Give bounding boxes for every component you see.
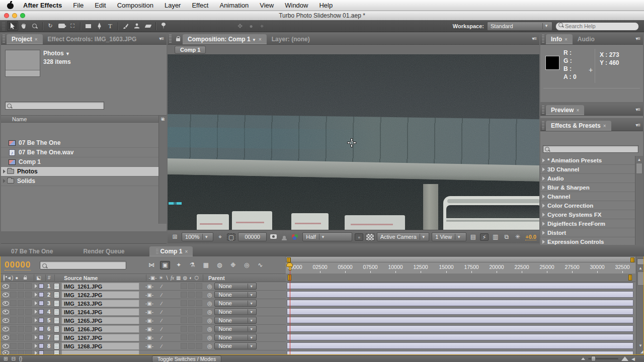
scroll-left-icon[interactable]: ◀ (631, 356, 635, 361)
zoom-out-mountain-icon[interactable] (581, 357, 585, 360)
disclosure-triangle-icon[interactable] (542, 176, 545, 180)
panel-grip[interactable] (542, 35, 544, 43)
disclosure-triangle-icon[interactable] (3, 169, 6, 173)
eye-icon[interactable] (3, 327, 9, 331)
tab-comp-1[interactable]: Comp 1× (149, 246, 193, 256)
close-window-button[interactable] (4, 13, 9, 18)
close-icon[interactable]: × (35, 37, 38, 42)
puppet-pin-tool[interactable] (158, 21, 169, 31)
motion-blur-icon[interactable]: ◍ (214, 261, 224, 269)
eye-icon[interactable] (3, 293, 9, 297)
pen-tool[interactable] (94, 21, 105, 31)
panel-menu-icon[interactable]: ▾≡ (632, 36, 643, 41)
parent-dropdown[interactable]: None▼ (214, 342, 257, 349)
effect-switch-icon[interactable]: ∖ (166, 275, 169, 281)
comp-1-viewer-tab[interactable]: Comp 1 (175, 46, 206, 54)
expand-layer-switches-icon[interactable]: ⊞ (4, 356, 8, 361)
project-item-photos[interactable]: Photos (1, 167, 159, 176)
panel-menu-icon[interactable]: ▾≡ (632, 107, 643, 112)
audio-column-icon[interactable]: ◄) (7, 275, 13, 281)
disclosure-triangle-icon[interactable] (3, 179, 6, 183)
eye-icon[interactable] (3, 284, 9, 289)
fx-category-audio[interactable]: Audio (540, 174, 635, 183)
close-icon[interactable]: × (565, 37, 568, 42)
pick-whip-icon[interactable]: ◎ (207, 309, 212, 315)
shy-toggle[interactable]: -▣- (143, 284, 155, 289)
quality-toggle[interactable]: ∕ (155, 343, 168, 349)
panel-menu-icon[interactable]: ▾≡ (632, 122, 643, 128)
layer-bar-8[interactable] (287, 342, 633, 350)
3d-switch-icon[interactable]: ⬡ (194, 275, 199, 281)
disclosure-triangle-icon[interactable] (542, 222, 545, 226)
label-column-icon[interactable]: ⬕ (36, 275, 41, 281)
work-area-end-bracket[interactable] (628, 275, 632, 281)
project-item-solids[interactable]: Solids (1, 176, 159, 186)
parent-dropdown[interactable]: None▼ (214, 291, 257, 298)
layer-row-7[interactable]: 7 IMG_1267.JPG -▣- ∕ ◎ None▼ (1, 333, 286, 342)
disclosure-triangle-icon[interactable] (542, 186, 545, 190)
label-color-swatch[interactable] (39, 292, 44, 297)
quality-toggle[interactable]: ∕ (155, 284, 168, 289)
layer-disclosure-icon[interactable] (35, 327, 37, 331)
draft-3d-icon[interactable]: ✦ (174, 261, 184, 269)
layer-bar-4[interactable] (287, 308, 633, 316)
fx-category-distort[interactable]: Distort (540, 228, 635, 237)
work-area-row[interactable] (286, 274, 635, 282)
tab-preview[interactable]: Preview× (546, 105, 584, 115)
label-color-swatch[interactable] (39, 343, 44, 348)
reset-exposure-icon[interactable]: ✳ (513, 233, 522, 240)
label-color-swatch[interactable] (39, 326, 44, 331)
rotation-tool[interactable]: ↻ (45, 21, 56, 31)
show-channel-icon[interactable] (291, 234, 300, 240)
shy-toggle[interactable]: -▣- (143, 301, 155, 306)
layer-bar-3[interactable] (287, 299, 633, 308)
menu-effect[interactable]: Effect (186, 0, 214, 11)
parent-dropdown[interactable]: None▼ (214, 283, 257, 290)
layer-bar-1[interactable] (287, 282, 633, 291)
menu-window[interactable]: Window (279, 0, 313, 11)
panel-grip[interactable] (542, 106, 544, 114)
project-name-column-header[interactable]: Name (1, 115, 167, 123)
layer-row-5[interactable]: 5 IMG_1265.JPG -▣- ∕ ◎ None▼ (1, 316, 286, 325)
fx-category-channel[interactable]: Channel (540, 192, 635, 201)
viewer-timecode-button[interactable]: 00000 (238, 232, 267, 241)
eye-icon[interactable] (3, 350, 9, 355)
tab-project[interactable]: Project× (7, 34, 43, 44)
label-color-swatch[interactable] (39, 301, 44, 306)
pick-whip-icon[interactable]: ◎ (207, 334, 212, 341)
frame-blend-switch-icon[interactable]: ▦ (176, 275, 181, 281)
time-navigator[interactable] (286, 256, 635, 262)
project-item-07-be-the-one[interactable]: 07 Be The One (1, 138, 159, 148)
layer-disclosure-icon[interactable] (35, 293, 37, 297)
live-update-icon[interactable]: ▣ (160, 261, 170, 269)
layer-row-4[interactable]: 4 IMG_1264.JPG -▣- ∕ ◎ None▼ (1, 308, 286, 316)
panel-menu-icon[interactable]: ▾≡ (156, 36, 167, 41)
target-region-icon[interactable]: ▫ (355, 233, 363, 241)
parent-dropdown[interactable]: None▼ (214, 334, 257, 341)
expand-in-out-panes-icon[interactable]: {} (19, 356, 23, 361)
exposure-value[interactable]: +0.0 (525, 234, 536, 240)
effects-scrollbar[interactable]: ▲ ▼ (635, 156, 643, 255)
comp-mini-flowchart-icon[interactable]: ⋈ (146, 261, 156, 269)
shy-toggle[interactable]: -▣- (143, 309, 155, 315)
parent-dropdown[interactable]: None▼ (214, 317, 257, 324)
panel-resize-grip[interactable]: ◢ (640, 349, 643, 354)
shy-toggle[interactable]: -▣- (143, 318, 155, 323)
region-of-interest-icon[interactable]: ▢ (227, 233, 235, 241)
pick-whip-icon[interactable]: ◎ (207, 317, 212, 324)
panel-grip[interactable] (3, 35, 5, 43)
shy-toggle[interactable]: -▣- (143, 292, 155, 298)
quality-toggle[interactable]: ∕ (155, 292, 168, 298)
project-item-07-be-the-one-wav[interactable]: ♪ 07 Be The One.wav (1, 148, 159, 157)
layer-bar-6[interactable] (287, 325, 633, 333)
view-layout-dropdown[interactable]: 1 View▼ (432, 232, 466, 241)
time-ruler[interactable]: 00000 02500 05000 07500 10000 12500 1500… (286, 262, 635, 274)
layer-disclosure-icon[interactable] (35, 284, 37, 288)
pixel-aspect-icon[interactable]: ▤ (469, 233, 477, 240)
layer-row-1[interactable]: 1 IMG_1261.JPG -▣- ∕ ◎ None▼ (1, 282, 286, 291)
layer-disclosure-icon[interactable] (35, 318, 37, 322)
brush-tool[interactable] (120, 21, 131, 31)
layer-row-8[interactable]: 8 IMG_1268.JPG -▣- ∕ ◎ None▼ (1, 342, 286, 350)
tab-info[interactable]: Info× (546, 34, 573, 44)
panel-menu-icon[interactable]: ▾≡ (529, 36, 539, 41)
